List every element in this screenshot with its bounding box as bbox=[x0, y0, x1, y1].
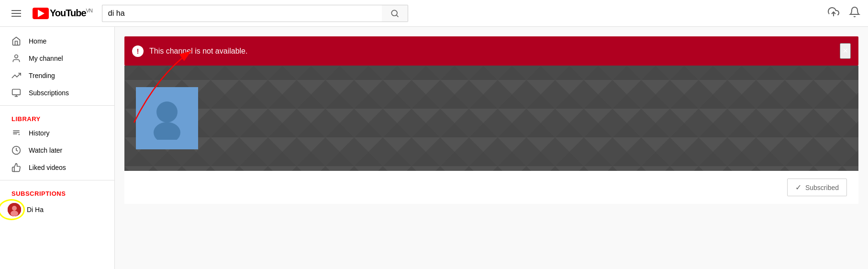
channel-actions: ✓ Subscribed bbox=[124, 171, 858, 204]
subscription-item-di-ha[interactable]: Di Ha bbox=[0, 199, 114, 220]
library-section-label: LIBRARY bbox=[0, 110, 114, 124]
avatar-placeholder bbox=[8, 203, 21, 216]
sidebar-label-home: Home bbox=[29, 37, 46, 45]
subscriptions-section-label: SUBSCRIPTIONS bbox=[0, 184, 114, 199]
home-icon bbox=[11, 36, 21, 46]
subscribed-button[interactable]: ✓ Subscribed bbox=[787, 179, 847, 196]
sidebar-label-history: History bbox=[29, 129, 50, 137]
subscriptions-icon bbox=[11, 88, 21, 98]
sidebar-label-liked-videos: Liked videos bbox=[29, 164, 66, 171]
svg-point-0 bbox=[391, 10, 397, 16]
error-message: This channel is not available. bbox=[149, 47, 840, 56]
svg-point-3 bbox=[15, 55, 18, 58]
main-content: ! This channel is not available. × bbox=[115, 27, 868, 269]
hamburger-menu[interactable] bbox=[8, 6, 25, 21]
trending-icon bbox=[11, 71, 21, 80]
layout: Home My channel Trending bbox=[0, 27, 868, 269]
subscription-name-di-ha: Di Ha bbox=[27, 206, 44, 213]
sidebar-item-home[interactable]: Home bbox=[0, 33, 114, 50]
logo-icon bbox=[33, 8, 49, 19]
svg-rect-4 bbox=[12, 90, 21, 95]
notifications-icon[interactable] bbox=[849, 6, 860, 21]
divider-2 bbox=[0, 180, 114, 180]
avatar-di-ha bbox=[8, 203, 21, 216]
watch-later-icon bbox=[11, 146, 21, 155]
banner-background bbox=[124, 66, 858, 171]
sidebar-label-trending: Trending bbox=[29, 72, 55, 79]
channel-avatar-person bbox=[145, 97, 189, 140]
svg-point-10 bbox=[12, 206, 17, 211]
check-icon: ✓ bbox=[795, 183, 801, 192]
svg-marker-7 bbox=[18, 134, 20, 135]
sidebar-item-subscriptions[interactable]: Subscriptions bbox=[0, 84, 114, 101]
subscribed-label: Subscribed bbox=[805, 184, 839, 191]
svg-rect-17 bbox=[124, 66, 858, 171]
channel-area: ✓ Subscribed bbox=[124, 66, 858, 204]
person-icon bbox=[11, 54, 21, 63]
error-banner: ! This channel is not available. × bbox=[124, 36, 858, 66]
header-left: YouTubeVN bbox=[8, 6, 92, 21]
svg-point-11 bbox=[11, 211, 18, 216]
sidebar-label-my-channel: My channel bbox=[29, 55, 63, 62]
svg-point-18 bbox=[156, 101, 178, 123]
upload-icon[interactable] bbox=[828, 6, 839, 21]
search-input[interactable] bbox=[102, 5, 382, 22]
divider-1 bbox=[0, 105, 114, 106]
sidebar: Home My channel Trending bbox=[0, 27, 115, 269]
header: YouTubeVN bbox=[0, 0, 868, 27]
channel-banner bbox=[124, 66, 858, 171]
sidebar-item-history[interactable]: History bbox=[0, 124, 114, 142]
channel-avatar bbox=[136, 87, 198, 149]
sidebar-item-liked-videos[interactable]: Liked videos bbox=[0, 159, 114, 176]
search-button[interactable] bbox=[382, 5, 408, 22]
sidebar-item-watch-later[interactable]: Watch later bbox=[0, 142, 114, 159]
sidebar-label-subscriptions: Subscriptions bbox=[29, 89, 69, 97]
logo-text: YouTubeVN bbox=[50, 8, 92, 19]
history-icon bbox=[11, 128, 21, 138]
error-icon: ! bbox=[132, 45, 144, 57]
search-icon bbox=[390, 9, 400, 18]
header-right bbox=[828, 6, 860, 21]
svg-line-1 bbox=[397, 15, 399, 17]
sidebar-item-my-channel[interactable]: My channel bbox=[0, 50, 114, 67]
sidebar-label-watch-later: Watch later bbox=[29, 146, 62, 154]
liked-icon bbox=[11, 163, 21, 172]
logo-play bbox=[38, 10, 45, 17]
error-close-button[interactable]: × bbox=[840, 43, 851, 59]
svg-point-19 bbox=[154, 122, 180, 140]
search-container bbox=[102, 5, 408, 22]
logo-suffix: VN bbox=[86, 8, 92, 13]
sidebar-item-trending[interactable]: Trending bbox=[0, 67, 114, 84]
youtube-logo[interactable]: YouTubeVN bbox=[33, 8, 92, 19]
